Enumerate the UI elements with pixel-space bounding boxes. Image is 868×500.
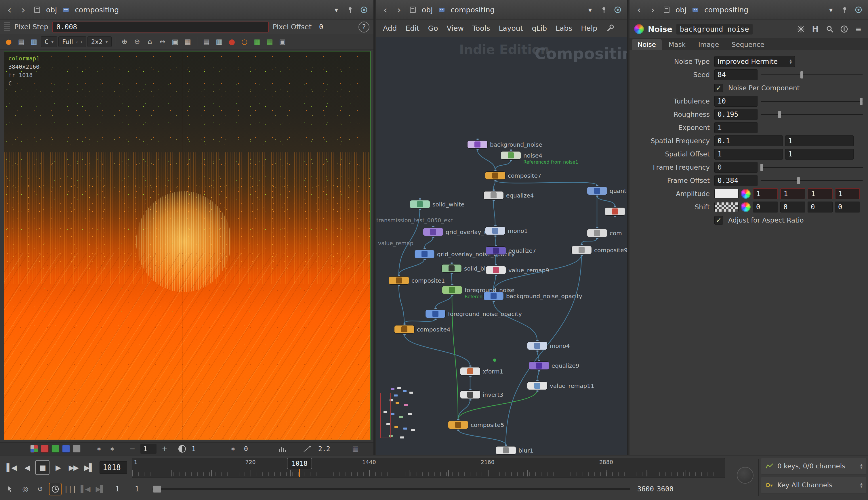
- brightness-field[interactable]: 1: [141, 444, 156, 454]
- node-equalize9[interactable]: equalize9: [529, 362, 549, 370]
- link-target-icon[interactable]: [359, 5, 369, 15]
- node-grid_overlay_noise[interactable]: grid_overlay_noise: [423, 228, 443, 236]
- mini-node[interactable]: [411, 429, 415, 431]
- snapshot-ring-icon[interactable]: ○: [239, 36, 250, 47]
- tab-mask[interactable]: Mask: [663, 39, 691, 50]
- node-equalize4[interactable]: equalize4: [483, 192, 503, 199]
- fullscreen-grid-icon[interactable]: ▣: [277, 36, 288, 47]
- grid-overlay-icon[interactable]: ▦: [252, 36, 263, 47]
- turbulence-slider[interactable]: [760, 96, 865, 107]
- current-frame-field[interactable]: 1018: [100, 461, 127, 474]
- mini-node[interactable]: [396, 402, 399, 404]
- tab-image[interactable]: Image: [692, 39, 725, 50]
- global-range-end[interactable]: 3600: [657, 484, 674, 495]
- roughness-slider[interactable]: [760, 109, 865, 120]
- panes-layout-icon[interactable]: ▥: [28, 36, 40, 47]
- pixel-grid-icon[interactable]: ▦: [264, 36, 276, 47]
- path-network[interactable]: compositing: [75, 6, 119, 14]
- menu-go[interactable]: Go: [424, 24, 443, 33]
- spatial-offset-y-field[interactable]: 1: [785, 149, 854, 160]
- node-composite7[interactable]: composite7: [485, 172, 505, 179]
- range-slider-handle[interactable]: [153, 486, 161, 492]
- path-network[interactable]: compositing: [450, 6, 494, 14]
- green-channel-icon[interactable]: [52, 445, 59, 453]
- node-composite1[interactable]: composite1: [389, 276, 409, 284]
- playback-dial-icon[interactable]: [737, 467, 754, 484]
- menu-help[interactable]: Help: [577, 24, 602, 33]
- seed-slider[interactable]: [760, 69, 865, 80]
- network-canvas[interactable]: Indie Edition Compositing background_noi…: [376, 37, 627, 455]
- menu-add[interactable]: Add: [379, 24, 401, 33]
- mini-node[interactable]: [404, 404, 408, 406]
- blue-channel-icon[interactable]: [62, 445, 70, 453]
- exponent-field[interactable]: 1: [714, 122, 757, 133]
- node-composite_right[interactable]: com: [587, 229, 607, 237]
- menu-tools[interactable]: Tools: [468, 24, 494, 33]
- node-equalize7[interactable]: equalize7: [486, 247, 506, 254]
- luminance-icon[interactable]: ∗: [94, 444, 104, 454]
- gamma-curve-icon[interactable]: [302, 444, 312, 454]
- back-icon[interactable]: ‹: [380, 5, 390, 15]
- amplitude-a-field[interactable]: 1: [835, 188, 860, 199]
- realtime-clock-icon[interactable]: [49, 483, 62, 496]
- amplitude-g-field[interactable]: 1: [780, 188, 805, 199]
- slider-handle[interactable]: [778, 111, 781, 118]
- seed-field[interactable]: 84: [714, 69, 757, 80]
- channel-combo[interactable]: C▾: [41, 36, 57, 47]
- frame-frequency-slider[interactable]: [760, 162, 865, 173]
- playback-range-start[interactable]: 1: [128, 484, 146, 495]
- node-value_remap9[interactable]: value_remap9: [486, 266, 506, 274]
- slider-handle[interactable]: [760, 164, 763, 171]
- stop-button[interactable]: ■: [35, 460, 49, 475]
- node-grid_overlay_noise_opacity[interactable]: grid_overlay_noise_opacity: [414, 250, 434, 258]
- shift-color-swatch[interactable]: [714, 202, 738, 212]
- offset-field[interactable]: 0: [241, 444, 257, 454]
- roughness-field[interactable]: 0.195: [714, 109, 757, 120]
- go-to-start-button[interactable]: ▌◀: [4, 460, 19, 475]
- node-noise4[interactable]: noise4Referenced from noise1: [501, 151, 521, 159]
- fit-view-icon[interactable]: ↔: [157, 36, 168, 47]
- node-background_noise_opacity[interactable]: background_noise_opacity: [483, 292, 503, 300]
- node-invert3[interactable]: invert3: [460, 391, 480, 398]
- shift-g-field[interactable]: 0: [780, 202, 805, 213]
- alpha-channel-icon[interactable]: [73, 445, 80, 453]
- snowflake-icon[interactable]: [796, 24, 806, 34]
- grid-combo[interactable]: 2x2▾: [88, 36, 112, 47]
- playback-range-slider[interactable]: [153, 488, 630, 490]
- scoped-channels-icon[interactable]: ◎: [19, 483, 32, 496]
- node-value_remap11[interactable]: value_remap11: [527, 382, 547, 389]
- mini-node[interactable]: [400, 436, 404, 439]
- mini-node[interactable]: [397, 387, 401, 389]
- menu-qlib[interactable]: qLib: [527, 24, 551, 33]
- pixel-step-field[interactable]: 0.008: [52, 22, 269, 33]
- tools-wrench-icon[interactable]: [605, 24, 615, 33]
- slider-handle[interactable]: [800, 71, 803, 79]
- node-solid_white[interactable]: solid_white: [410, 201, 430, 208]
- mini-node[interactable]: [394, 426, 398, 428]
- spatial-frequency-y-field[interactable]: 1: [785, 135, 854, 146]
- menu-labs[interactable]: Labs: [551, 24, 577, 33]
- tab-noise[interactable]: Noise: [632, 39, 662, 50]
- current-frame-box[interactable]: 1018: [287, 458, 312, 469]
- node-blur1[interactable]: blur1: [496, 446, 516, 454]
- viewer-settings-icon[interactable]: ▦: [350, 444, 361, 454]
- shift-r-field[interactable]: 0: [753, 202, 778, 213]
- link-target-icon[interactable]: [613, 5, 623, 15]
- viewer-viewport[interactable]: colormap1 3840x2160 fr 1018 C: [4, 51, 370, 440]
- amplitude-color-wheel-icon[interactable]: [741, 189, 750, 199]
- compare-a-icon[interactable]: ▤: [201, 36, 212, 47]
- select-region-icon[interactable]: ▣: [169, 36, 181, 47]
- mini-node[interactable]: [394, 395, 398, 397]
- turbulence-field[interactable]: 10: [714, 96, 757, 107]
- split-layout-icon[interactable]: ▤: [15, 36, 27, 47]
- dither-icon[interactable]: ∗: [228, 444, 238, 454]
- node-foreground_noise_opacity[interactable]: foreground_noise_opacity: [425, 310, 445, 318]
- slider-handle[interactable]: [797, 177, 800, 184]
- help-icon[interactable]: ?: [358, 22, 369, 33]
- contrast-icon[interactable]: [178, 445, 186, 453]
- forward-icon[interactable]: ›: [19, 5, 28, 15]
- compare-b-icon[interactable]: ▥: [213, 36, 225, 47]
- global-range-start[interactable]: 1: [109, 484, 126, 495]
- node-solid_black[interactable]: solid_black: [442, 264, 461, 272]
- mini-node[interactable]: [409, 391, 413, 394]
